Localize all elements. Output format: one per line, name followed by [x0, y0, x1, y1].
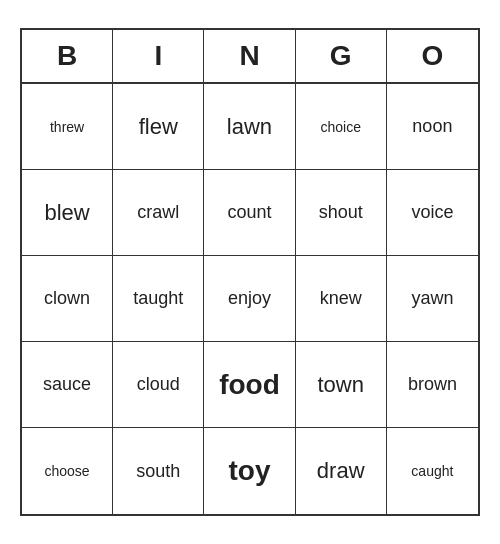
- bingo-cell: brown: [387, 342, 478, 428]
- cell-word: brown: [408, 374, 457, 395]
- cell-word: draw: [317, 458, 365, 484]
- cell-word: yawn: [411, 288, 453, 309]
- bingo-cell: toy: [204, 428, 295, 514]
- cell-word: clown: [44, 288, 90, 309]
- bingo-cell: shout: [296, 170, 387, 256]
- bingo-cell: south: [113, 428, 204, 514]
- cell-word: lawn: [227, 114, 272, 140]
- cell-word: flew: [139, 114, 178, 140]
- cell-word: cloud: [137, 374, 180, 395]
- cell-word: toy: [228, 455, 270, 487]
- bingo-cell: voice: [387, 170, 478, 256]
- header-letter-i: I: [113, 30, 204, 82]
- cell-word: voice: [411, 202, 453, 223]
- bingo-cell: threw: [22, 84, 113, 170]
- bingo-header: BINGO: [22, 30, 478, 84]
- cell-word: count: [227, 202, 271, 223]
- cell-word: south: [136, 461, 180, 482]
- bingo-cell: noon: [387, 84, 478, 170]
- header-letter-o: O: [387, 30, 478, 82]
- cell-word: choice: [320, 119, 360, 135]
- bingo-cell: choose: [22, 428, 113, 514]
- bingo-cell: yawn: [387, 256, 478, 342]
- cell-word: shout: [319, 202, 363, 223]
- bingo-cell: count: [204, 170, 295, 256]
- cell-word: noon: [412, 116, 452, 137]
- bingo-cell: flew: [113, 84, 204, 170]
- cell-word: sauce: [43, 374, 91, 395]
- header-letter-b: B: [22, 30, 113, 82]
- bingo-cell: town: [296, 342, 387, 428]
- bingo-cell: blew: [22, 170, 113, 256]
- bingo-cell: sauce: [22, 342, 113, 428]
- header-letter-n: N: [204, 30, 295, 82]
- header-letter-g: G: [296, 30, 387, 82]
- cell-word: caught: [411, 463, 453, 479]
- bingo-cell: knew: [296, 256, 387, 342]
- bingo-cell: taught: [113, 256, 204, 342]
- cell-word: taught: [133, 288, 183, 309]
- cell-word: enjoy: [228, 288, 271, 309]
- cell-word: town: [317, 372, 363, 398]
- cell-word: blew: [44, 200, 89, 226]
- bingo-cell: draw: [296, 428, 387, 514]
- bingo-card: BINGO threwflewlawnchoicenoonblewcrawlco…: [20, 28, 480, 516]
- cell-word: knew: [320, 288, 362, 309]
- cell-word: food: [219, 369, 280, 401]
- bingo-cell: cloud: [113, 342, 204, 428]
- cell-word: threw: [50, 119, 84, 135]
- bingo-cell: choice: [296, 84, 387, 170]
- bingo-cell: enjoy: [204, 256, 295, 342]
- bingo-cell: crawl: [113, 170, 204, 256]
- bingo-cell: caught: [387, 428, 478, 514]
- cell-word: choose: [45, 463, 90, 479]
- bingo-cell: food: [204, 342, 295, 428]
- bingo-grid: threwflewlawnchoicenoonblewcrawlcountsho…: [22, 84, 478, 514]
- bingo-cell: clown: [22, 256, 113, 342]
- bingo-cell: lawn: [204, 84, 295, 170]
- cell-word: crawl: [137, 202, 179, 223]
